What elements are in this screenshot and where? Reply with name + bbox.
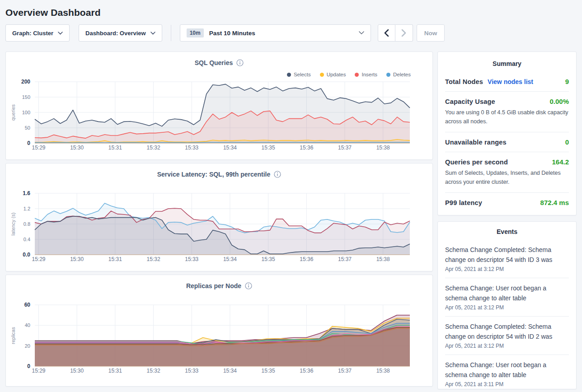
chart-title-row: Service Latency: SQL, 99th percentile [6, 170, 432, 179]
svg-text:1.6: 1.6 [23, 190, 30, 196]
summary-heading: Summary [445, 59, 569, 72]
chevron-right-icon [401, 29, 406, 37]
time-range-badge: 10m [187, 28, 204, 37]
event-item: Schema Change: User root began a schema … [445, 355, 569, 389]
svg-text:15:32: 15:32 [147, 145, 160, 151]
legend-item-updates[interactable]: Updates [320, 72, 346, 77]
unavailable-ranges-value: 0 [565, 138, 569, 146]
svg-text:0.8: 0.8 [23, 221, 30, 227]
svg-text:15:32: 15:32 [147, 256, 160, 262]
now-button[interactable]: Now [417, 24, 445, 42]
legend-item-deletes[interactable]: Deletes [386, 72, 411, 77]
replicas-per-node-chart[interactable]: 020406015:2915:3015:3115:3215:3315:3415:… [6, 301, 432, 380]
dashboard-dropdown-label: Dashboard: Overview [85, 30, 146, 37]
svg-text:15:33: 15:33 [185, 145, 198, 151]
time-next-button[interactable] [395, 24, 413, 42]
chart-title-row: SQL Queries [6, 58, 432, 67]
svg-text:40: 40 [25, 322, 30, 328]
svg-text:15:37: 15:37 [338, 145, 352, 151]
svg-text:replicas: replicas [10, 327, 16, 344]
event-message: Schema Change Completed: Schema change o… [445, 245, 569, 265]
legend-label: Selects [294, 72, 311, 77]
legend-dot-icon [287, 73, 291, 77]
summary-row-capacity: Capacity Usage 0.00% You are using 0 B o… [445, 92, 569, 132]
svg-text:100: 100 [22, 110, 30, 115]
svg-text:15:34: 15:34 [223, 368, 237, 374]
event-message: Schema Change: User root began a schema … [445, 283, 569, 303]
svg-text:15:35: 15:35 [262, 145, 275, 151]
svg-text:15:31: 15:31 [108, 145, 122, 151]
svg-text:15:37: 15:37 [338, 256, 352, 262]
time-range-label: Past 10 Minutes [209, 30, 255, 37]
legend-label: Deletes [393, 72, 411, 77]
p99-latency-value: 872.4 ms [540, 199, 569, 206]
event-message: Schema Change: User root began a schema … [445, 360, 569, 380]
legend-dot-icon [320, 73, 324, 77]
chart-panel-replicas: Replicas per Node 020406015:2915:3015:31… [5, 275, 433, 387]
view-nodes-list-link[interactable]: View nodes list [488, 78, 533, 85]
svg-text:60: 60 [24, 302, 31, 308]
qps-value: 164.2 [552, 158, 569, 166]
event-timestamp: Apr 05, 2021 at 3:12 PM [445, 266, 569, 272]
svg-text:0: 0 [27, 140, 30, 146]
chart-legend: SelectsUpdatesInsertsDeletes [287, 72, 411, 77]
sql-queries-chart[interactable]: 05010015020015:2915:3015:3115:3215:3315:… [6, 78, 432, 157]
chart-title: Service Latency: SQL, 99th percentile [157, 171, 271, 178]
chart-svg: 0.00.40.81.21.615:2915:3015:3115:3215:33… [6, 190, 432, 266]
chevron-down-icon [150, 32, 155, 35]
chart-title: Replicas per Node [186, 282, 241, 289]
svg-text:0: 0 [27, 363, 30, 369]
summary-row-qps: Queries per second 164.2 Sum of Selects,… [445, 152, 569, 193]
svg-text:15:31: 15:31 [108, 368, 122, 374]
chevron-down-icon [58, 32, 63, 35]
info-icon[interactable] [236, 59, 244, 66]
chevron-left-icon [384, 29, 389, 37]
svg-text:latency (s): latency (s) [10, 213, 16, 236]
summary-row-unavailable: Unavailable ranges 0 [445, 132, 569, 152]
chart-title-row: Replicas per Node [6, 281, 432, 290]
time-nav-group [378, 24, 413, 42]
svg-text:15:32: 15:32 [147, 368, 160, 374]
service-latency-chart[interactable]: 0.00.40.81.21.615:2915:3015:3115:3215:33… [6, 190, 432, 268]
time-prev-button[interactable] [378, 24, 395, 42]
svg-text:15:29: 15:29 [32, 145, 45, 151]
chart-svg: 020406015:2915:3015:3115:3215:3315:3415:… [6, 301, 432, 378]
legend-label: Updates [327, 72, 346, 77]
summary-row-p99: P99 latency 872.4 ms [445, 193, 569, 212]
legend-item-selects[interactable]: Selects [287, 72, 311, 77]
time-range-picker[interactable]: 10m Past 10 Minutes [180, 24, 371, 42]
chart-svg: 05010015020015:2915:3015:3115:3215:3315:… [6, 78, 432, 155]
svg-text:15:30: 15:30 [70, 256, 84, 262]
svg-text:15:36: 15:36 [300, 256, 313, 262]
svg-text:0.0: 0.0 [23, 252, 30, 258]
sidebar: Summary Total Nodes View nodes list 9 Ca… [437, 51, 577, 389]
svg-text:15:38: 15:38 [376, 368, 390, 374]
dashboard-dropdown[interactable]: Dashboard: Overview [79, 24, 162, 42]
total-nodes-value: 9 [565, 78, 569, 85]
charts-column: SQL Queries SelectsUpdatesInsertsDeletes… [5, 51, 433, 387]
info-icon[interactable] [274, 171, 281, 178]
overview-dashboard-page: Overview Dashboard Graph: Cluster Dashbo… [0, 0, 582, 389]
graph-dropdown[interactable]: Graph: Cluster [5, 24, 70, 42]
svg-text:15:29: 15:29 [32, 368, 45, 374]
svg-text:15:29: 15:29 [32, 256, 45, 262]
event-item: Schema Change Completed: Schema change o… [445, 316, 569, 355]
chart-title: SQL Queries [195, 59, 233, 66]
total-nodes-label: Total Nodes [445, 78, 483, 85]
chart-panel-sql-queries: SQL Queries SelectsUpdatesInsertsDeletes… [5, 51, 433, 160]
p99-latency-label: P99 latency [445, 199, 482, 206]
unavailable-ranges-label: Unavailable ranges [445, 139, 507, 146]
event-item: Schema Change: User root began a schema … [445, 278, 569, 316]
svg-text:15:34: 15:34 [223, 256, 237, 262]
summary-row-total-nodes: Total Nodes View nodes list 9 [445, 72, 569, 92]
event-timestamp: Apr 05, 2021 at 3:12 PM [445, 343, 569, 349]
dashboard-content: SQL Queries SelectsUpdatesInsertsDeletes… [5, 51, 577, 389]
capacity-usage-description: You are using 0 B of 4.5 GiB usable disk… [445, 108, 569, 126]
info-icon[interactable] [245, 282, 252, 289]
event-timestamp: Apr 05, 2021 at 3:11 PM [445, 381, 569, 387]
legend-item-inserts[interactable]: Inserts [355, 72, 377, 77]
chevron-down-icon [359, 31, 364, 35]
legend-label: Inserts [361, 72, 377, 77]
events-list: Schema Change Completed: Schema change o… [445, 240, 569, 389]
svg-text:15:33: 15:33 [185, 256, 198, 262]
